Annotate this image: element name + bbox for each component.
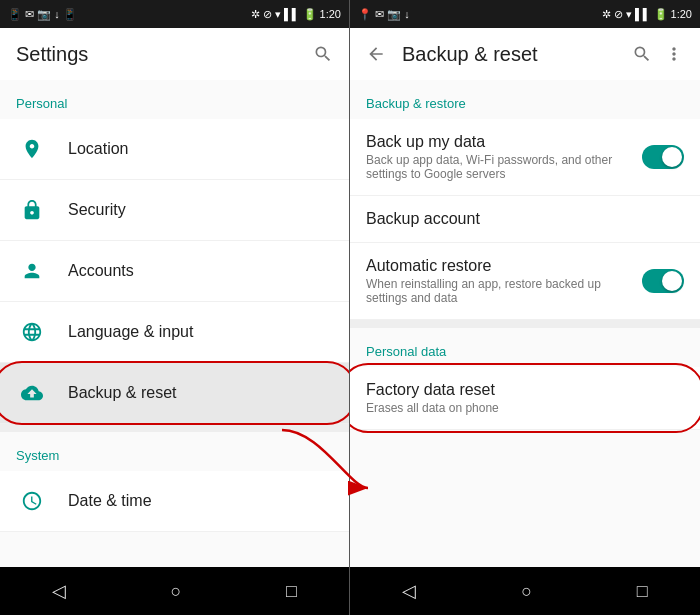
signal-icon-right: ▌▌	[635, 8, 651, 20]
right-screen: 📍 ✉ 📷 ↓ ✲ ⊘ ▾ ▌▌ 🔋 1:20 Backup & reset	[350, 0, 700, 615]
accounts-title: Accounts	[68, 262, 333, 280]
datetime-title: Date & time	[68, 492, 333, 510]
status-bar-left: 📱 ✉ 📷 ↓ 📱 ✲ ⊘ ▾ ▌▌ 🔋 1:20	[0, 0, 349, 28]
back-up-data-item[interactable]: Back up my data Back up app data, Wi-Fi …	[350, 119, 700, 196]
accounts-text: Accounts	[68, 262, 333, 280]
status-bar-notifications: 📱 ✉ 📷 ↓ 📱	[8, 8, 77, 21]
automatic-restore-subtitle: When reinstalling an app, restore backed…	[366, 277, 634, 305]
security-item[interactable]: Security	[0, 180, 349, 241]
automatic-restore-title: Automatic restore	[366, 257, 634, 275]
signal-icon: ▌▌	[284, 8, 300, 20]
app-bar-right: Backup & reset	[350, 28, 700, 80]
back-up-data-text: Back up my data Back up app data, Wi-Fi …	[366, 133, 634, 181]
language-text: Language & input	[68, 323, 333, 341]
status-bar-system: ✲ ⊘ ▾ ▌▌ 🔋 1:20	[251, 8, 341, 21]
factory-reset-subtitle: Erases all data on phone	[366, 401, 684, 415]
wifi-icon: ▾	[275, 8, 281, 21]
datetime-text: Date & time	[68, 492, 333, 510]
factory-reset-item[interactable]: Factory data reset Erases all data on ph…	[350, 367, 700, 430]
toggle-knob-restore	[662, 271, 682, 291]
app-title-right: Backup & reset	[402, 43, 620, 66]
automatic-restore-toggle[interactable]	[642, 269, 684, 293]
backup-restore-section-header: Backup & restore	[350, 80, 700, 119]
home-button-left[interactable]: ○	[151, 573, 202, 610]
personal-data-section-header: Personal data	[350, 328, 700, 367]
personal-section-header: Personal	[0, 80, 349, 119]
recent-button-right[interactable]: □	[617, 573, 668, 610]
nav-bar-right: ◁ ○ □	[350, 567, 700, 615]
automatic-restore-item[interactable]: Automatic restore When reinstalling an a…	[350, 243, 700, 320]
search-icon-right[interactable]	[632, 44, 652, 64]
section-divider-right	[350, 320, 700, 328]
backup-account-title: Backup account	[366, 210, 684, 228]
back-arrow-icon[interactable]	[366, 44, 386, 64]
security-text: Security	[68, 201, 333, 219]
nav-bar-left: ◁ ○ □	[0, 567, 349, 615]
language-icon	[16, 316, 48, 348]
security-icon	[16, 194, 48, 226]
time-display: 1:20	[320, 8, 341, 20]
backup-account-item[interactable]: Backup account	[350, 196, 700, 243]
backup-item[interactable]: Backup & reset	[0, 363, 349, 424]
accounts-icon	[16, 255, 48, 287]
search-icon-left[interactable]	[313, 44, 333, 64]
back-button-right[interactable]: ◁	[382, 572, 436, 610]
datetime-icon	[16, 485, 48, 517]
no-sim-icon: ⊘	[263, 8, 272, 21]
system-section-header: System	[0, 432, 349, 471]
factory-reset-text: Factory data reset Erases all data on ph…	[366, 381, 684, 415]
more-icon-right[interactable]	[664, 44, 684, 64]
language-item[interactable]: Language & input	[0, 302, 349, 363]
accounts-item[interactable]: Accounts	[0, 241, 349, 302]
back-up-data-toggle[interactable]	[642, 145, 684, 169]
settings-content-right: Backup & restore Back up my data Back up…	[350, 80, 700, 567]
language-title: Language & input	[68, 323, 333, 341]
notification-icons: 📱 ✉ 📷 ↓ 📱	[8, 8, 77, 21]
battery-icon: 🔋	[303, 8, 317, 21]
location-icon	[16, 133, 48, 165]
backup-text: Backup & reset	[68, 384, 333, 402]
battery-icon-right: 🔋	[654, 8, 668, 21]
backup-title: Backup & reset	[68, 384, 333, 402]
section-divider	[0, 424, 349, 432]
left-screen: 📱 ✉ 📷 ↓ 📱 ✲ ⊘ ▾ ▌▌ 🔋 1:20 Settings Perso	[0, 0, 350, 615]
location-text: Location	[68, 140, 333, 158]
time-display-right: 1:20	[671, 8, 692, 20]
backup-icon	[16, 377, 48, 409]
back-up-data-subtitle: Back up app data, Wi-Fi passwords, and o…	[366, 153, 634, 181]
toggle-knob-backup	[662, 147, 682, 167]
status-bar-right-notifications: 📍 ✉ 📷 ↓	[358, 8, 410, 21]
location-item[interactable]: Location	[0, 119, 349, 180]
bluetooth-icon: ✲	[251, 8, 260, 21]
status-bar-right: 📍 ✉ 📷 ↓ ✲ ⊘ ▾ ▌▌ 🔋 1:20	[350, 0, 700, 28]
security-title: Security	[68, 201, 333, 219]
settings-content-left: Personal Location	[0, 80, 349, 567]
notification-icons-right: 📍 ✉ 📷 ↓	[358, 8, 410, 21]
back-button-left[interactable]: ◁	[32, 572, 86, 610]
back-up-data-title: Back up my data	[366, 133, 634, 151]
wifi-icon-right: ▾	[626, 8, 632, 21]
datetime-item[interactable]: Date & time	[0, 471, 349, 532]
location-title: Location	[68, 140, 333, 158]
home-button-right[interactable]: ○	[501, 573, 552, 610]
automatic-restore-text: Automatic restore When reinstalling an a…	[366, 257, 634, 305]
recent-button-left[interactable]: □	[266, 573, 317, 610]
factory-reset-title: Factory data reset	[366, 381, 684, 399]
app-bar-left: Settings	[0, 28, 349, 80]
app-title-left: Settings	[16, 43, 301, 66]
status-bar-right-system: ✲ ⊘ ▾ ▌▌ 🔋 1:20	[602, 8, 692, 21]
no-sim-icon-right: ⊘	[614, 8, 623, 21]
bluetooth-icon-right: ✲	[602, 8, 611, 21]
